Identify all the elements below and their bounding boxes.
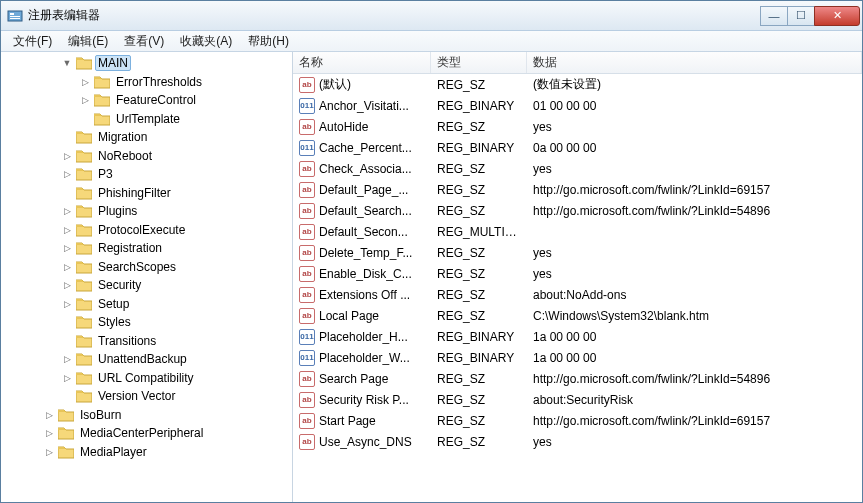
tree-node[interactable]: ▷Setup (1, 295, 292, 314)
expand-icon[interactable]: ▷ (61, 224, 73, 236)
tree-node[interactable]: ▷FeatureControl (1, 91, 292, 110)
expand-icon[interactable]: ▷ (79, 76, 91, 88)
list-row[interactable]: abSearch PageREG_SZhttp://go.microsoft.c… (293, 368, 862, 389)
string-value-icon: ab (299, 119, 315, 135)
list-row[interactable]: abDefault_Page_...REG_SZhttp://go.micros… (293, 179, 862, 200)
expand-icon[interactable]: ▷ (61, 205, 73, 217)
tree-label[interactable]: URL Compatibility (95, 370, 197, 386)
tree-label[interactable]: MediaCenterPeripheral (77, 425, 206, 441)
expand-icon[interactable]: ▷ (43, 427, 55, 439)
expand-icon[interactable]: ▷ (61, 279, 73, 291)
tree-label[interactable]: Plugins (95, 203, 140, 219)
tree-node[interactable]: ▷ErrorThresholds (1, 73, 292, 92)
list-row[interactable]: abDefault_Search...REG_SZhttp://go.micro… (293, 200, 862, 221)
tree-node[interactable]: ▼MAIN (1, 54, 292, 73)
tree-node[interactable]: ▷ProtocolExecute (1, 221, 292, 240)
expand-icon[interactable]: ▷ (61, 242, 73, 254)
titlebar[interactable]: 注册表编辑器 — ☐ ✕ (1, 1, 862, 31)
tree-node[interactable]: ▷SearchScopes (1, 258, 292, 277)
list-row[interactable]: abStart PageREG_SZhttp://go.microsoft.co… (293, 410, 862, 431)
tree-label[interactable]: FeatureControl (113, 92, 199, 108)
expand-icon[interactable]: ▷ (61, 353, 73, 365)
tree-label[interactable]: NoReboot (95, 148, 155, 164)
list-row[interactable]: abDefault_Secon...REG_MULTI_SZ (293, 221, 862, 242)
tree-label[interactable]: UnattendBackup (95, 351, 190, 367)
tree-label[interactable]: Setup (95, 296, 132, 312)
tree-node[interactable]: Migration (1, 128, 292, 147)
tree-label[interactable]: Security (95, 277, 144, 293)
folder-icon (76, 241, 92, 255)
expand-icon[interactable]: ▷ (61, 261, 73, 273)
list-row[interactable]: abLocal PageREG_SZC:\Windows\System32\bl… (293, 305, 862, 326)
tree-node[interactable]: ▷URL Compatibility (1, 369, 292, 388)
tree-node[interactable]: ▷Plugins (1, 202, 292, 221)
value-type: REG_BINARY (431, 97, 527, 115)
expand-icon[interactable]: ▷ (61, 372, 73, 384)
menu-help[interactable]: 帮助(H) (240, 31, 297, 52)
collapse-icon[interactable]: ▼ (61, 57, 73, 69)
tree-node[interactable]: ▷Registration (1, 239, 292, 258)
col-type[interactable]: 类型 (431, 52, 527, 73)
maximize-button[interactable]: ☐ (787, 6, 815, 26)
tree-node[interactable]: ▷MediaCenterPeripheral (1, 424, 292, 443)
tree-label[interactable]: ErrorThresholds (113, 74, 205, 90)
expand-icon[interactable]: ▷ (43, 409, 55, 421)
tree-label[interactable]: MediaPlayer (77, 444, 150, 460)
list-row[interactable]: abExtensions Off ...REG_SZabout:NoAdd-on… (293, 284, 862, 305)
list-row[interactable]: 011Cache_Percent...REG_BINARY0a 00 00 00 (293, 137, 862, 158)
expand-icon[interactable]: ▷ (61, 168, 73, 180)
tree-label[interactable]: Styles (95, 314, 134, 330)
expand-icon[interactable]: ▷ (61, 150, 73, 162)
value-type: REG_SZ (431, 433, 527, 451)
tree-node[interactable]: Transitions (1, 332, 292, 351)
tree-label[interactable]: SearchScopes (95, 259, 179, 275)
expand-icon[interactable]: ▷ (79, 94, 91, 106)
folder-icon (76, 186, 92, 200)
close-button[interactable]: ✕ (814, 6, 860, 26)
tree-label[interactable]: Transitions (95, 333, 159, 349)
list-row[interactable]: 011Placeholder_H...REG_BINARY1a 00 00 00 (293, 326, 862, 347)
col-data[interactable]: 数据 (527, 52, 862, 73)
minimize-button[interactable]: — (760, 6, 788, 26)
list-row[interactable]: abDelete_Temp_F...REG_SZyes (293, 242, 862, 263)
tree-node[interactable]: UrlTemplate (1, 110, 292, 129)
tree-node[interactable]: ▷UnattendBackup (1, 350, 292, 369)
tree-label[interactable]: UrlTemplate (113, 111, 183, 127)
list-row[interactable]: 011Placeholder_W...REG_BINARY1a 00 00 00 (293, 347, 862, 368)
menu-edit[interactable]: 编辑(E) (60, 31, 116, 52)
list-row[interactable]: abAutoHideREG_SZyes (293, 116, 862, 137)
expand-icon[interactable]: ▷ (61, 298, 73, 310)
list-row[interactable]: abCheck_Associa...REG_SZyes (293, 158, 862, 179)
tree-label[interactable]: MAIN (95, 55, 131, 71)
list-row[interactable]: abEnable_Disk_C...REG_SZyes (293, 263, 862, 284)
tree-node[interactable]: ▷NoReboot (1, 147, 292, 166)
tree-node[interactable]: ▷IsoBurn (1, 406, 292, 425)
menu-view[interactable]: 查看(V) (116, 31, 172, 52)
menu-favorites[interactable]: 收藏夹(A) (172, 31, 240, 52)
tree-label[interactable]: P3 (95, 166, 116, 182)
tree-node[interactable]: ▷Security (1, 276, 292, 295)
tree-node[interactable]: ▷MediaPlayer (1, 443, 292, 462)
list-header: 名称 类型 数据 (293, 52, 862, 74)
list-row[interactable]: abSecurity Risk P...REG_SZabout:Security… (293, 389, 862, 410)
col-name[interactable]: 名称 (293, 52, 431, 73)
tree-pane[interactable]: ▼MAIN▷ErrorThresholds▷FeatureControlUrlT… (1, 52, 293, 503)
menu-file[interactable]: 文件(F) (5, 31, 60, 52)
tree-label[interactable]: PhishingFilter (95, 185, 174, 201)
list-row[interactable]: abUse_Async_DNSREG_SZyes (293, 431, 862, 452)
tree-label[interactable]: IsoBurn (77, 407, 124, 423)
tree-node[interactable]: PhishingFilter (1, 184, 292, 203)
values-pane[interactable]: 名称 类型 数据 ab(默认)REG_SZ(数值未设置)011Anchor_Vi… (293, 52, 862, 503)
value-name: Local Page (319, 309, 379, 323)
tree-label[interactable]: Registration (95, 240, 165, 256)
tree-node[interactable]: Version Vector (1, 387, 292, 406)
tree-label[interactable]: ProtocolExecute (95, 222, 188, 238)
tree-node[interactable]: Styles (1, 313, 292, 332)
tree-label[interactable]: Version Vector (95, 388, 178, 404)
expand-icon[interactable]: ▷ (43, 446, 55, 458)
list-row[interactable]: 011Anchor_Visitati...REG_BINARY01 00 00 … (293, 95, 862, 116)
value-name: (默认) (319, 76, 351, 93)
tree-node[interactable]: ▷P3 (1, 165, 292, 184)
list-row[interactable]: ab(默认)REG_SZ(数值未设置) (293, 74, 862, 95)
tree-label[interactable]: Migration (95, 129, 150, 145)
